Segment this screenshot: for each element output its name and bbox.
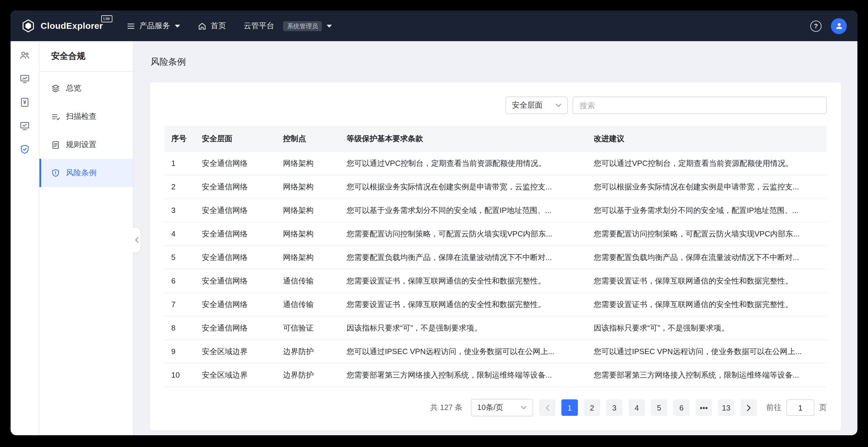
pagination-page-1[interactable]: 1 <box>561 400 578 416</box>
sidebar-item-scan-check[interactable]: 扫描检查 <box>39 102 133 131</box>
table-body: 1安全通信网络网络架构您可以通过VPC控制台，定期查看当前资源配额使用情况。您可… <box>164 152 827 387</box>
main-content: 风险条例 安全层面 序号 <box>133 41 858 435</box>
rail-item-users-icon[interactable] <box>10 43 39 67</box>
menu-icon <box>126 22 135 30</box>
total-count: 共 127 条 <box>430 402 463 413</box>
table-cell: 您可以通过IPSEC VPN远程访问，使业务数据可以在公网上... <box>587 346 827 357</box>
table-cell: 2 <box>164 182 195 191</box>
module-rail <box>10 41 39 435</box>
table-cell: 您需要部署第三方网络接入控制系统，限制运维终端等设备... <box>587 370 827 380</box>
goto-suffix: 页 <box>819 402 827 413</box>
sidebar-item-rule-settings[interactable]: 规则设置 <box>39 131 133 159</box>
table-cell: 10 <box>164 371 195 379</box>
table-cell: 5 <box>164 253 195 262</box>
document-icon <box>51 140 60 149</box>
help-icon[interactable]: ? <box>810 20 822 31</box>
table-cell: 您需要设置证书，保障互联网通信的安全性和数据完整性。 <box>340 276 587 286</box>
rail-item-billing-icon[interactable] <box>10 91 39 114</box>
role-badge: 系统管理员 <box>283 21 322 31</box>
table-cell: 您需要配置访问控制策略，可配置云防火墙实现VPC内部东... <box>340 228 587 239</box>
search-input[interactable] <box>572 96 827 114</box>
logo[interactable]: CloudExplorer Lite <box>21 19 103 33</box>
table-cell: 您需要部署第三方网络接入控制系统，限制运维终端等设备... <box>340 370 587 380</box>
table-cell: 3 <box>164 206 195 215</box>
table-cell: 因该指标只要求“可”，不是强制要求项。 <box>340 323 587 333</box>
table-cell: 边界防护 <box>276 370 340 380</box>
sidebar-menu: 总览 扫描检查 规则设置 <box>39 72 133 187</box>
sidebar-collapse-handle[interactable] <box>133 227 141 253</box>
table-row: 8安全通信网络可信验证因该指标只要求“可”，不是强制要求项。因该指标只要求“可”… <box>164 316 827 340</box>
screen: CloudExplorer Lite 产品服务 首页 <box>0 0 868 447</box>
goto-label: 前往 <box>766 402 781 413</box>
pagination-page-4[interactable]: 4 <box>628 400 645 416</box>
table-cell: 网络架构 <box>276 205 340 216</box>
rail-item-operations-icon[interactable] <box>10 114 39 138</box>
product-services-menu[interactable]: 产品服务 <box>126 21 180 31</box>
chevron-down-icon <box>175 24 180 27</box>
table-row: 7安全通信网络通信传输您需要设置证书，保障互联网通信的安全性和数据完整性。您需要… <box>164 293 827 316</box>
lite-badge: Lite <box>101 15 113 22</box>
workspace-switcher[interactable]: 云管平台 系统管理员 <box>244 21 332 31</box>
top-navbar: CloudExplorer Lite 产品服务 首页 <box>10 10 858 41</box>
table-cell: 您可以通过VPC控制台，定期查看当前资源配额使用情况。 <box>340 158 587 168</box>
table-cell: 您可以通过VPC控制台，定期查看当前资源配额使用情况。 <box>587 158 827 168</box>
sidebar-item-label: 总览 <box>66 83 81 94</box>
table-cell: 边界防护 <box>276 346 340 357</box>
table-cell: 9 <box>164 347 195 356</box>
content-card: 安全层面 序号 安全层面 控制点 等级保护基本要求条款 <box>150 82 841 430</box>
chevron-down-icon <box>556 103 561 107</box>
goto-page-input[interactable] <box>786 400 814 416</box>
rail-item-console-icon[interactable] <box>10 67 39 91</box>
pagination-page-3[interactable]: 3 <box>606 400 623 416</box>
sidebar-item-label: 风险条例 <box>66 168 96 178</box>
column-header-layer: 安全层面 <box>195 133 276 144</box>
table-header-row: 序号 安全层面 控制点 等级保护基本要求条款 改进建议 <box>164 126 827 152</box>
pagination-page-6[interactable]: 6 <box>673 400 690 416</box>
pagination-more-button[interactable]: ••• <box>695 400 712 416</box>
sidebar-item-label: 规则设置 <box>66 139 96 150</box>
rail-item-security-icon[interactable] <box>10 138 39 161</box>
home-label: 首页 <box>211 21 226 31</box>
pagination-page-5[interactable]: 5 <box>651 400 667 416</box>
page-size-select[interactable]: 10条/页 <box>471 399 533 416</box>
table-cell: 安全通信网络 <box>195 228 276 239</box>
app-window: CloudExplorer Lite 产品服务 首页 <box>10 10 858 435</box>
user-avatar[interactable] <box>831 18 847 34</box>
product-services-label: 产品服务 <box>140 21 170 31</box>
pagination-page-13[interactable]: 13 <box>718 400 735 416</box>
sidebar-item-label: 扫描检查 <box>66 111 96 122</box>
table-cell: 7 <box>164 300 195 309</box>
security-layer-select-value: 安全层面 <box>512 100 542 110</box>
pagination-page-2[interactable]: 2 <box>584 400 600 416</box>
table-cell: 您需要配置负载均衡产品，保障在流量波动情况下不中断对... <box>587 252 827 263</box>
table-row: 5安全通信网络网络架构您需要配置负载均衡产品，保障在流量波动情况下不中断对...… <box>164 246 827 269</box>
table-row: 1安全通信网络网络架构您可以通过VPC控制台，定期查看当前资源配额使用情况。您可… <box>164 152 827 175</box>
layers-icon <box>51 84 60 93</box>
chevron-down-icon <box>521 406 527 409</box>
table-cell: 您需要配置访问控制策略，可配置云防火墙实现VPC内部东... <box>587 228 827 239</box>
next-page-button[interactable] <box>740 400 757 416</box>
table-cell: 因该指标只要求“可”，不是强制要求项。 <box>587 323 827 333</box>
table-row: 6安全通信网络通信传输您需要设置证书，保障互联网通信的安全性和数据完整性。您需要… <box>164 269 827 293</box>
table-cell: 安全通信网络 <box>195 276 276 286</box>
home-menu[interactable]: 首页 <box>198 21 226 31</box>
home-icon <box>198 22 207 30</box>
sidebar-item-risk-regulations[interactable]: 风险条例 <box>39 159 133 187</box>
table-cell: 网络架构 <box>276 252 340 263</box>
table-cell: 8 <box>164 323 195 332</box>
table-cell: 安全区域边界 <box>195 346 276 357</box>
table-cell: 4 <box>164 229 195 238</box>
security-layer-select[interactable]: 安全层面 <box>505 96 568 114</box>
table-cell: 安全通信网络 <box>195 252 276 263</box>
prev-page-button[interactable] <box>539 400 556 416</box>
table-cell: 您可以根据业务实际情况在创建实例是申请带宽，云监控支... <box>340 182 587 192</box>
table-row: 4安全通信网络网络架构您需要配置访问控制策略，可配置云防火墙实现VPC内部东..… <box>164 222 827 246</box>
sidebar-item-overview[interactable]: 总览 <box>39 74 133 102</box>
column-header-requirement: 等级保护基本要求条款 <box>340 133 587 144</box>
shield-alert-icon <box>51 168 60 177</box>
table-cell: 您需要设置证书，保障互联网通信的安全性和数据完整性。 <box>587 299 827 310</box>
table-cell: 通信传输 <box>276 276 340 286</box>
table-cell: 您需要配置负载均衡产品，保障在流量波动情况下不中断对... <box>340 252 587 263</box>
table-cell: 1 <box>164 159 195 168</box>
sidebar: 安全合规 总览 扫描检查 <box>39 41 133 435</box>
